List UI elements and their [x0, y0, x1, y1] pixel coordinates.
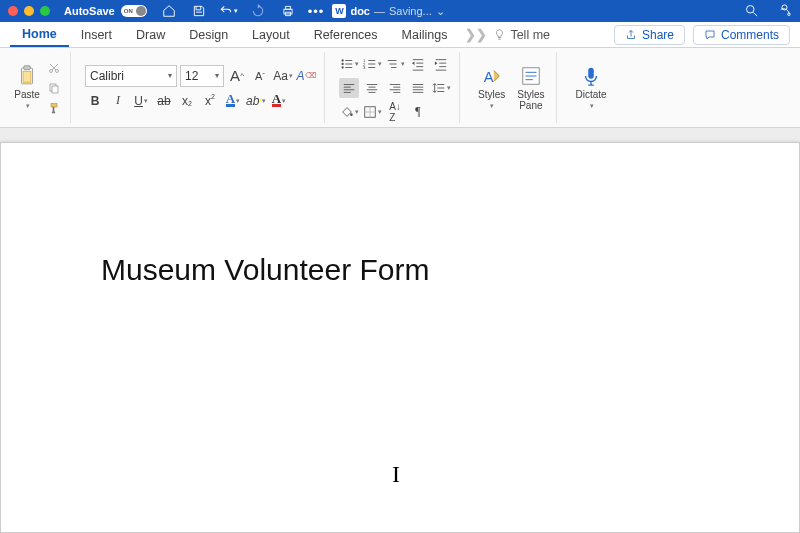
autosave-switch[interactable]: ON [121, 5, 147, 17]
svg-point-15 [341, 62, 343, 64]
tell-me-search[interactable]: Tell me [493, 28, 550, 42]
shrink-font-button[interactable]: Aˇ [250, 66, 270, 86]
maximize-window-button[interactable] [40, 6, 50, 16]
tab-insert-label: Insert [81, 28, 112, 42]
page-content[interactable]: Museum Volunteer Form [1, 143, 799, 287]
clipboard-group: Paste ▾ [6, 52, 71, 123]
chevron-down-icon: ▾ [282, 97, 286, 105]
save-icon[interactable] [189, 1, 209, 21]
increase-indent-button[interactable] [431, 54, 451, 74]
tab-insert[interactable]: Insert [69, 22, 124, 47]
tab-references[interactable]: References [302, 22, 390, 47]
align-center-button[interactable] [362, 78, 382, 98]
align-right-button[interactable] [385, 78, 405, 98]
copy-button[interactable] [46, 80, 62, 96]
tabs-overflow-icon[interactable]: ❯❯ [459, 27, 493, 42]
borders-button[interactable]: ▾ [362, 102, 382, 122]
strikethrough-button[interactable]: ab [154, 91, 174, 111]
print-icon[interactable] [278, 1, 298, 21]
window-controls [8, 6, 50, 16]
autosave-control[interactable]: AutoSave ON [64, 5, 147, 17]
chevron-down-icon: ▾ [355, 108, 359, 116]
redo-icon[interactable] [248, 1, 268, 21]
tab-mailings[interactable]: Mailings [390, 22, 460, 47]
line-spacing-button[interactable]: ▾ [431, 78, 451, 98]
word-app-icon: W [332, 4, 346, 18]
justify-icon [411, 81, 425, 95]
title-caret-icon[interactable]: ⌄ [436, 5, 445, 18]
superscript-button[interactable]: x2 [200, 91, 220, 111]
highlight-button[interactable]: ab▾ [246, 91, 266, 111]
sort-button[interactable]: A↓Z [385, 102, 405, 122]
scissors-icon [48, 62, 60, 74]
clear-A: A [296, 69, 304, 83]
ribbon-tabs: Home Insert Draw Design Layout Reference… [0, 22, 800, 48]
svg-rect-0 [284, 9, 292, 14]
tab-home[interactable]: Home [10, 22, 69, 47]
search-icon[interactable] [744, 3, 759, 20]
number-list-icon: 123 [363, 57, 377, 71]
font-size-combo[interactable]: 12▾ [180, 65, 224, 87]
justify-button[interactable] [408, 78, 428, 98]
styles-gallery-button[interactable]: A Styles ▾ [474, 63, 509, 112]
styles-pane-button[interactable]: Styles Pane [513, 63, 548, 113]
clear-format-button[interactable]: A⌫ [296, 66, 316, 86]
subscript-button[interactable]: x2 [177, 91, 197, 111]
tab-draw[interactable]: Draw [124, 22, 177, 47]
svg-rect-12 [52, 86, 58, 93]
format-painter-button[interactable] [46, 100, 62, 116]
quick-access-toolbar: ▾ ••• [159, 1, 325, 21]
font-size-value: 12 [185, 69, 198, 83]
grow-font-button[interactable]: A^ [227, 66, 247, 86]
tab-layout[interactable]: Layout [240, 22, 302, 47]
shading-button[interactable]: ▾ [339, 102, 359, 122]
font-name-combo[interactable]: Calibri▾ [85, 65, 177, 87]
document-title[interactable]: W doc — Saving... ⌄ [332, 4, 444, 18]
document-area: Museum Volunteer Form I [0, 128, 800, 533]
document-heading[interactable]: Museum Volunteer Form [101, 253, 699, 287]
tab-design[interactable]: Design [177, 22, 240, 47]
svg-rect-13 [51, 103, 57, 107]
comments-button[interactable]: Comments [693, 25, 790, 45]
styles-icon: A [481, 65, 503, 87]
styles-pane-label2: Pane [519, 100, 542, 111]
undo-icon[interactable]: ▾ [219, 1, 238, 21]
share-button[interactable]: Share [614, 25, 685, 45]
styles-group: A Styles ▾ Styles Pane [466, 52, 557, 123]
ab-label: ab [246, 94, 259, 108]
decrease-indent-button[interactable] [408, 54, 428, 74]
close-window-button[interactable] [8, 6, 18, 16]
tab-mailings-label: Mailings [402, 28, 448, 42]
home-icon[interactable] [159, 1, 179, 21]
save-status-text: Saving... [389, 5, 432, 17]
chevron-down-icon: ▾ [289, 72, 293, 80]
cut-button[interactable] [46, 60, 62, 76]
bold-button[interactable]: B [85, 91, 105, 111]
ribbon: Paste ▾ Calibri▾ 12▾ A^ Aˇ Aa▾ A⌫ B I U▾… [0, 48, 800, 128]
document-page[interactable]: Museum Volunteer Form [0, 142, 800, 533]
bullets-button[interactable]: ▾ [339, 54, 359, 74]
multilevel-button[interactable]: ▾ [385, 54, 405, 74]
voice-group: Dictate ▾ [563, 52, 618, 123]
tab-references-label: References [314, 28, 378, 42]
tell-me-label: Tell me [510, 28, 550, 42]
paint-bucket-icon [340, 105, 354, 119]
numbering-button[interactable]: 123▾ [362, 54, 382, 74]
text-effects-button[interactable]: A▾ [223, 91, 243, 111]
qat-overflow-icon[interactable]: ••• [308, 4, 325, 19]
align-left-button[interactable] [339, 78, 359, 98]
font-color-button[interactable]: A▾ [269, 91, 289, 111]
svg-text:A: A [483, 69, 493, 85]
dictate-button[interactable]: Dictate ▾ [571, 63, 610, 112]
tabs-right-controls: Share Comments [614, 25, 790, 45]
align-center-icon [365, 81, 379, 95]
account-icon[interactable] [777, 3, 792, 20]
change-case-button[interactable]: Aa▾ [273, 66, 293, 86]
italic-button[interactable]: I [108, 91, 128, 111]
paste-button[interactable]: Paste ▾ [14, 63, 40, 112]
bullet-list-icon [340, 57, 354, 71]
show-marks-button[interactable]: ¶ [408, 102, 428, 122]
underline-button[interactable]: U▾ [131, 91, 151, 111]
svg-point-3 [747, 5, 755, 13]
minimize-window-button[interactable] [24, 6, 34, 16]
